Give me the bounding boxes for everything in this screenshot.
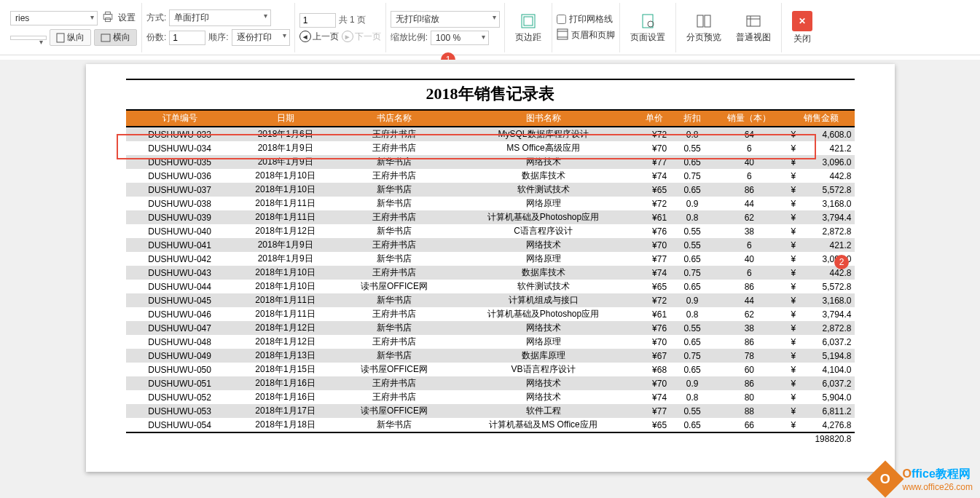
printer-dropdown[interactable]: ries: [10, 11, 98, 25]
svg-rect-3: [57, 33, 64, 42]
table-row: DUSHUWU-0462018年1月11日王府井书店计算机基础及Photosho…: [126, 307, 855, 321]
printer-icon: [101, 9, 115, 26]
table-row: DUSHUWU-0412018年1月9日王府井书店网络技术¥700.556¥42…: [126, 238, 855, 252]
table-row: DUSHUWU-0472018年1月12日新华书店网络技术¥760.5538¥2…: [126, 321, 855, 335]
table-row: DUSHUWU-0542018年1月18日新华书店计算机基础及MS Office…: [126, 418, 855, 432]
sales-table: 订单编号日期书店名称图书名称单价折扣销量（本）销售金额 DUSHUWU-0332…: [126, 109, 855, 445]
sheet-title: 2018年销售记录表: [126, 79, 855, 105]
table-row: DUSHUWU-0352018年1月9日新华书店网络技术¥770.6540¥3,…: [126, 155, 855, 169]
callout-2: 2: [834, 255, 849, 269]
table-row: DUSHUWU-0452018年1月11日新华书店计算机组成与接口¥720.94…: [126, 293, 855, 307]
table-row: DUSHUWU-0432018年1月10日王府井书店数据库技术¥740.756¥…: [126, 266, 855, 280]
table-row: DUSHUWU-0532018年1月17日读书屋OFFICE网软件工程¥770.…: [126, 404, 855, 418]
print-page: 2018年销售记录表 订单编号日期书店名称图书名称单价折扣销量（本）销售金额 D…: [86, 64, 895, 472]
svg-rect-14: [747, 16, 760, 26]
ribbon: ries 设置 纵向 横向 方式: 单面打印 份数: 顺序: 逐份打印 共 1 …: [0, 0, 980, 55]
svg-rect-7: [557, 29, 568, 39]
table-row: DUSHUWU-0392018年1月11日王府井书店计算机基础及Photosho…: [126, 210, 855, 224]
close-icon: ✕: [792, 11, 812, 31]
margins-icon: [520, 12, 537, 30]
page-setup-icon: [639, 12, 656, 30]
pagebreak-icon: [695, 12, 713, 30]
order-label: 顺序:: [208, 31, 228, 44]
table-header: 日期: [234, 110, 337, 127]
header-footer-button[interactable]: 页眉和页脚: [557, 28, 615, 42]
mode-dropdown[interactable]: 单面打印: [169, 9, 271, 26]
next-page-button[interactable]: ►下一页: [342, 31, 381, 43]
margins-button[interactable]: 页边距: [509, 11, 547, 45]
svg-rect-6: [524, 17, 533, 25]
table-header: 订单编号: [126, 110, 234, 127]
close-button[interactable]: ✕ 关闭: [786, 9, 818, 47]
svg-rect-2: [106, 18, 111, 22]
svg-rect-12: [697, 15, 703, 27]
table-row: DUSHUWU-0332018年1月6日王府井书店MySQL数据库程序设计¥72…: [126, 127, 855, 141]
table-header: 销量（本）: [710, 110, 788, 127]
table-header: 书店名称: [337, 110, 452, 127]
gridlines-checkbox[interactable]: 打印网格线: [557, 13, 615, 25]
table-row: DUSHUWU-0422018年1月9日新华书店网络原理¥770.6540¥3,…: [126, 252, 855, 266]
table-row: DUSHUWU-0492018年1月13日新华书店数据库原理¥670.7578¥…: [126, 349, 855, 363]
svg-rect-1: [106, 12, 111, 14]
header-footer-icon: [557, 28, 568, 42]
total-row: 198820.8: [126, 432, 855, 445]
copies-input[interactable]: [169, 31, 205, 45]
pagebreak-preview-button[interactable]: 分页预览: [681, 11, 727, 45]
copies-label: 份数:: [146, 31, 166, 44]
portrait-button[interactable]: 纵向: [50, 29, 91, 46]
watermark-icon: O: [866, 461, 903, 498]
table-header: 折扣: [674, 110, 710, 127]
preview-area: 2018年销售记录表 订单编号日期书店名称图书名称单价折扣销量（本）销售金额 D…: [0, 60, 980, 498]
table-row: DUSHUWU-0502018年1月15日读书屋OFFICE网VB语言程序设计¥…: [126, 363, 855, 376]
zoom-ratio-label: 缩放比例:: [391, 31, 428, 44]
table-row: DUSHUWU-0362018年1月10日王府井书店数据库技术¥740.756¥…: [126, 169, 855, 183]
table-header: 销售金额: [788, 110, 855, 127]
table-row: DUSHUWU-0402018年1月12日新华书店C语言程序设计¥760.553…: [126, 224, 855, 238]
page-total-label: 共 1 页: [339, 14, 366, 26]
landscape-button[interactable]: 横向: [94, 29, 137, 46]
table-row: DUSHUWU-0512018年1月16日王府井书店网络技术¥700.986¥6…: [126, 376, 855, 390]
zoom-mode-dropdown[interactable]: 无打印缩放: [391, 11, 500, 28]
table-header: 图书名称: [451, 110, 635, 127]
paper-dropdown[interactable]: [10, 36, 47, 40]
zoom-ratio-dropdown[interactable]: 100 %: [431, 31, 489, 45]
prev-page-button[interactable]: ◄上一页: [299, 31, 339, 43]
table-row: DUSHUWU-0342018年1月9日王府井书店MS Office高级应用¥7…: [126, 141, 855, 155]
normal-view-button[interactable]: 普通视图: [730, 11, 777, 45]
order-dropdown[interactable]: 逐份打印: [232, 29, 290, 46]
svg-rect-4: [101, 34, 110, 42]
table-row: DUSHUWU-0522018年1月16日王府井书店网络技术¥740.880¥5…: [126, 390, 855, 404]
table-header: 单价: [635, 110, 674, 127]
table-row: DUSHUWU-0482018年1月12日王府井书店网络原理¥700.6586¥…: [126, 335, 855, 349]
svg-rect-0: [103, 15, 112, 20]
table-row: DUSHUWU-0442018年1月10日读书屋OFFICE网软件测试技术¥65…: [126, 280, 855, 293]
watermark: O Office教程网 www.office26.com: [872, 466, 973, 492]
settings-button[interactable]: 设置: [118, 12, 136, 24]
table-row: DUSHUWU-0372018年1月10日新华书店软件测试技术¥650.6586…: [126, 183, 855, 197]
svg-rect-13: [705, 15, 710, 27]
mode-label: 方式:: [146, 12, 166, 24]
page-setup-button[interactable]: 页面设置: [624, 11, 671, 45]
page-input[interactable]: [299, 13, 336, 28]
normal-view-icon: [745, 12, 762, 30]
table-row: DUSHUWU-0382018年1月11日新华书店网络原理¥720.944¥3,…: [126, 197, 855, 210]
